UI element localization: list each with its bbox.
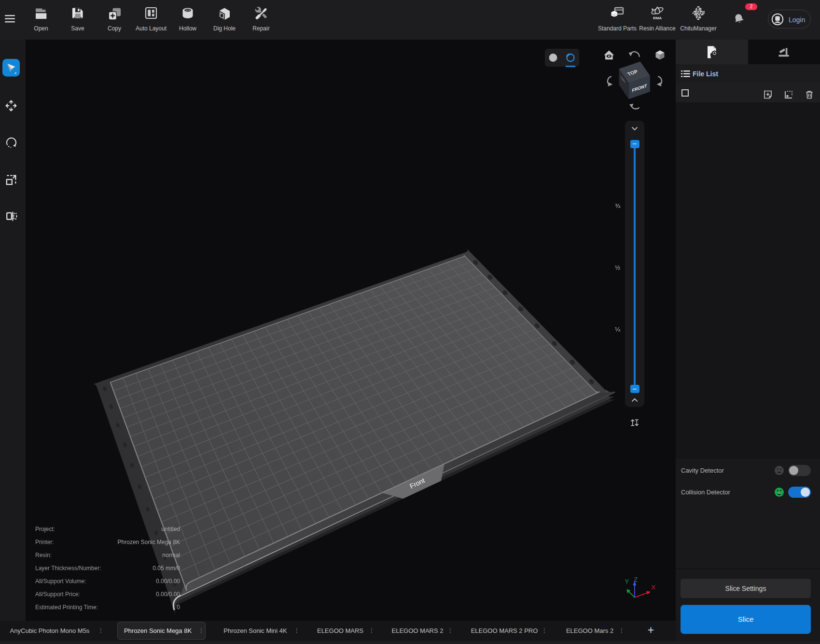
svg-text:X: X: [652, 584, 656, 591]
svg-text:Y: Y: [625, 578, 629, 585]
svg-text:RMA: RMA: [653, 16, 662, 20]
svg-text:Z: Z: [634, 576, 638, 583]
